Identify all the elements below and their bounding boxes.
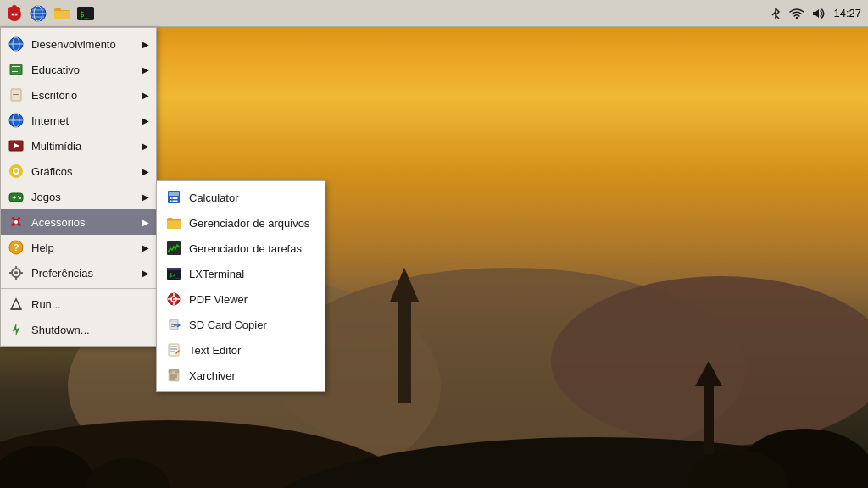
- svg-point-18: [15, 13, 18, 15]
- calculator-icon: [165, 189, 182, 206]
- escritorio-icon: [8, 86, 25, 103]
- svg-rect-83: [171, 326, 175, 327]
- svg-point-56: [14, 271, 18, 274]
- submenu-xarchiver[interactable]: Xarchiver: [157, 363, 325, 388]
- submenu-file-manager[interactable]: Gerenciador de arquivos: [157, 210, 325, 236]
- run-label: Run...: [31, 298, 149, 311]
- multimidia-label: Multimídia: [31, 140, 136, 152]
- svg-point-52: [14, 220, 18, 224]
- bluetooth-icon: [769, 7, 782, 20]
- task-manager-label: Gerenciador de tarefas: [189, 242, 302, 255]
- submenu-text-editor[interactable]: Text Editor: [157, 337, 325, 363]
- submenu-lxterminal[interactable]: $>_ LXTerminal: [157, 261, 325, 286]
- educativo-label: Educativo: [31, 64, 136, 76]
- menu-item-graficos[interactable]: Gráficos ▶: [1, 158, 156, 184]
- taskbar-left: $_: [0, 3, 100, 25]
- menu-item-preferencias[interactable]: Preferências ▶: [1, 260, 156, 286]
- svg-point-49: [19, 197, 21, 199]
- sd-card-copier-label: SD Card Copier: [189, 319, 267, 331]
- escritorio-label: Escritório: [31, 89, 136, 102]
- help-icon: ?: [8, 239, 25, 256]
- preferencias-arrow: ▶: [142, 269, 149, 278]
- svg-rect-35: [13, 94, 19, 95]
- svg-text:?: ?: [14, 242, 19, 252]
- svg-rect-36: [13, 97, 17, 97]
- svg-rect-64: [170, 197, 172, 199]
- svg-rect-69: [175, 201, 178, 202]
- svg-text:$>_: $>_: [169, 272, 180, 279]
- shutdown-label: Shutdown...: [31, 324, 149, 336]
- svg-rect-58: [15, 277, 17, 280]
- svg-rect-30: [12, 66, 20, 67]
- svg-rect-32: [12, 71, 18, 72]
- educativo-arrow: ▶: [142, 65, 149, 75]
- text-editor-label: Text Editor: [189, 344, 241, 357]
- graficos-label: Gráficos: [31, 165, 136, 178]
- menu-item-help[interactable]: ? Help ▶: [1, 235, 156, 260]
- educativo-icon: [8, 61, 25, 78]
- svg-rect-31: [12, 69, 20, 69]
- svg-rect-34: [13, 92, 19, 92]
- jogos-icon: [8, 188, 25, 205]
- desenvolvimento-arrow: ▶: [142, 40, 149, 49]
- menu-item-shutdown[interactable]: Shutdown...: [1, 317, 156, 342]
- internet-icon: [8, 112, 25, 129]
- svg-rect-66: [175, 197, 178, 199]
- taskbar-right: 14:27: [762, 7, 868, 20]
- menu-item-jogos[interactable]: Jogos ▶: [1, 184, 156, 209]
- svg-rect-65: [173, 197, 175, 199]
- svg-rect-72: [167, 268, 181, 270]
- menu-item-desenvolvimento[interactable]: Desenvolvimento ▶: [1, 31, 156, 57]
- text-editor-icon: [165, 341, 182, 358]
- submenu-calculator[interactable]: Calculator: [157, 185, 325, 210]
- svg-rect-3: [398, 302, 411, 403]
- jogos-arrow: ▶: [142, 192, 149, 202]
- menu-item-escritorio[interactable]: Escritório ▶: [1, 82, 156, 108]
- submenu-task-manager[interactable]: Gerenciador de tarefas: [157, 236, 325, 261]
- svg-point-44: [14, 169, 18, 173]
- svg-rect-85: [169, 344, 179, 356]
- sd-card-copier-icon: [165, 316, 182, 333]
- desenvolvimento-label: Desenvolvimento: [31, 38, 136, 51]
- svg-point-48: [18, 196, 19, 197]
- svg-text:$_: $_: [80, 10, 89, 19]
- submenu-pdf-viewer[interactable]: PDF Viewer: [157, 286, 325, 312]
- globe-button[interactable]: [27, 3, 49, 25]
- svg-point-76: [173, 298, 175, 300]
- svg-rect-59: [9, 272, 12, 274]
- menu-item-internet[interactable]: Internet ▶: [1, 108, 156, 133]
- svg-rect-70: [167, 241, 181, 255]
- pdf-viewer-label: PDF Viewer: [189, 293, 248, 306]
- clock: 14:27: [833, 7, 861, 19]
- menu-item-run[interactable]: Run...: [1, 291, 156, 317]
- svg-point-16: [12, 5, 17, 10]
- terminal-button[interactable]: $_: [75, 3, 97, 25]
- acessorios-arrow: ▶: [142, 218, 149, 227]
- submenu-sd-card-copier[interactable]: SD Card Copier: [157, 312, 325, 337]
- svg-rect-91: [172, 371, 175, 374]
- xarchiver-icon: [165, 367, 182, 384]
- svg-rect-45: [9, 193, 23, 202]
- menu-item-educativo[interactable]: Educativo ▶: [1, 57, 156, 82]
- file-manager-icon: [165, 214, 182, 231]
- svg-rect-47: [13, 197, 16, 198]
- task-manager-icon: [165, 240, 182, 257]
- menu-item-acessorios[interactable]: Acessórios ▶: [1, 209, 156, 235]
- run-icon: [8, 296, 25, 313]
- lxterminal-label: LXTerminal: [189, 268, 244, 280]
- lxterminal-icon: $>_: [165, 265, 182, 282]
- svg-rect-57: [15, 266, 17, 269]
- svg-rect-63: [169, 192, 179, 196]
- raspberry-button[interactable]: [3, 3, 25, 25]
- volume-icon: [811, 7, 826, 20]
- menu-divider: [1, 288, 156, 289]
- calculator-label: Calculator: [189, 191, 239, 204]
- menu-item-multimidia[interactable]: Multimídia ▶: [1, 133, 156, 158]
- help-label: Help: [31, 241, 136, 254]
- preferencias-label: Preferências: [31, 267, 136, 280]
- svg-point-17: [12, 13, 14, 15]
- acessorios-icon: [8, 214, 25, 230]
- escritorio-arrow: ▶: [142, 91, 149, 100]
- preferencias-icon: [8, 264, 25, 281]
- folder-button[interactable]: [51, 3, 73, 25]
